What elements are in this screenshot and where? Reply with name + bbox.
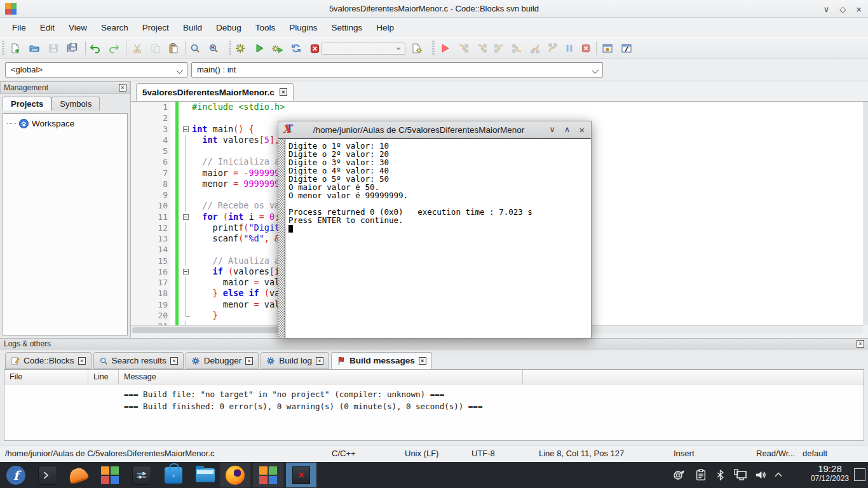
xterm-maximize-button[interactable]: ∧ (564, 125, 571, 135)
menu-item-file[interactable]: File (5, 20, 33, 35)
column-header-message[interactable]: Message (119, 370, 523, 384)
software-store-launcher[interactable]: › (159, 463, 188, 487)
compiler-toolbar-grip[interactable] (229, 41, 231, 56)
terminal-launcher[interactable] (33, 463, 62, 487)
maximize-button[interactable]: ◇ (839, 4, 846, 14)
find-button[interactable] (189, 42, 201, 55)
menu-item-view[interactable]: View (62, 20, 94, 35)
cut-button[interactable] (131, 42, 144, 55)
volume-tray-icon[interactable] (754, 468, 768, 482)
new-file-button[interactable] (9, 42, 22, 55)
menu-item-search[interactable]: Search (94, 20, 135, 35)
settings-launcher[interactable] (127, 463, 156, 487)
build-message-row[interactable]: === Build finished: 0 error(s), 0 warnin… (4, 400, 864, 412)
menu-item-tools[interactable]: Tools (248, 20, 283, 35)
log-tab-search-results[interactable]: Search results× (93, 352, 184, 369)
open-file-button[interactable] (28, 42, 41, 55)
menu-item-debug[interactable]: Debug (209, 20, 248, 35)
save-button[interactable] (47, 42, 60, 55)
xterm-titlebar[interactable]: TX /home/junior/Aulas de C/5valoresDifer… (278, 121, 591, 139)
log-tab-debugger[interactable]: Debugger× (186, 352, 259, 369)
menu-item-help[interactable]: Help (369, 20, 401, 35)
menu-item-plugins[interactable]: Plugins (282, 20, 324, 35)
management-close-icon[interactable]: × (119, 84, 126, 92)
xterm-close-button[interactable]: × (579, 125, 585, 135)
abort-build-button[interactable] (308, 42, 321, 55)
tab-symbols[interactable]: Symbols (51, 97, 100, 111)
xterm-content[interactable]: Digite o 1º valor: 10Digite o 2º valor: … (278, 139, 591, 338)
close-button[interactable]: × (856, 4, 862, 15)
workspace-tree-item[interactable]: Workspace (3, 114, 127, 128)
log-tab-build-messages[interactable]: Build messages× (331, 352, 432, 369)
editor-tab[interactable]: 5valoresDiferentesMaiorMenor.c × (136, 83, 294, 101)
redo-button[interactable] (107, 42, 120, 55)
codeblocks-window-button[interactable] (253, 463, 283, 487)
run-to-cursor-button[interactable] (457, 42, 470, 55)
menu-item-build[interactable]: Build (176, 20, 209, 35)
network-tray-icon[interactable] (672, 468, 686, 482)
column-header-file[interactable]: File (4, 370, 88, 384)
column-header-line[interactable]: Line (88, 370, 119, 384)
file-manager-launcher[interactable] (191, 463, 220, 487)
menu-item-edit[interactable]: Edit (33, 20, 62, 35)
undo-button[interactable] (89, 42, 102, 55)
clock-time: 19:28 (811, 464, 849, 475)
tab-projects[interactable]: Projects (3, 97, 51, 111)
xterm-minimize-button[interactable]: ∨ (549, 125, 555, 135)
next-line-button[interactable] (475, 42, 488, 55)
editor-vertical-scrollbar[interactable] (863, 102, 868, 325)
tray-expand-chevron-icon[interactable] (771, 468, 785, 482)
fold-margin[interactable] (182, 266, 191, 277)
debugging-windows-button[interactable] (601, 42, 614, 55)
scope-combo[interactable]: <global> (5, 62, 187, 78)
build-message-row[interactable]: === Build file: "no target" in "no proje… (4, 388, 864, 400)
run-button[interactable] (253, 42, 266, 55)
debug-stop-button[interactable] (580, 42, 592, 55)
build-and-run-button[interactable] (271, 42, 284, 55)
rebuild-button[interactable] (290, 42, 302, 55)
logs-close-icon[interactable]: × (857, 340, 864, 348)
xterm-window-button[interactable]: × (286, 463, 316, 487)
code-line-1[interactable]: 1#include <stdio.h> (131, 102, 863, 112)
debugger-toolbar-grip[interactable] (432, 41, 435, 56)
log-tab-code-blocks[interactable]: Code::Blocks× (5, 352, 92, 369)
xterm-scrollbar[interactable] (278, 139, 285, 338)
bluetooth-tray-icon[interactable] (713, 468, 727, 482)
menu-item-project[interactable]: Project (135, 20, 176, 35)
fold-margin[interactable] (182, 212, 191, 222)
debug-info-button[interactable] (620, 42, 633, 55)
display-tray-icon[interactable] (733, 468, 747, 482)
compiler-options-button[interactable] (410, 42, 423, 55)
step-out-button[interactable] (511, 42, 524, 55)
show-desktop-button[interactable] (854, 468, 865, 481)
step-into-button[interactable] (493, 42, 506, 55)
function-combo[interactable]: main() : int (191, 62, 603, 78)
fold-margin[interactable] (182, 124, 191, 135)
log-tab-close-icon[interactable]: × (170, 357, 178, 365)
codeblocks-launcher[interactable] (95, 463, 125, 487)
debug-continue-button[interactable] (438, 42, 451, 55)
menu-item-settings[interactable]: Settings (325, 20, 370, 35)
save-all-button[interactable] (65, 42, 78, 55)
log-tab-close-icon[interactable]: × (419, 357, 426, 365)
fedora-menu-button[interactable]: f (1, 463, 31, 487)
next-instruction-button[interactable] (529, 42, 541, 55)
step-into-instruction-button[interactable] (546, 42, 559, 55)
toolbar-grip[interactable] (2, 41, 4, 56)
log-tab-close-icon[interactable]: × (316, 357, 323, 365)
paste-button[interactable] (167, 42, 180, 55)
log-tab-close-icon[interactable]: × (78, 357, 86, 365)
clipboard-tray-icon[interactable] (694, 468, 708, 482)
minimize-button[interactable]: ∨ (824, 4, 830, 14)
build-button[interactable] (234, 42, 247, 55)
log-tab-build-log[interactable]: Build log× (261, 352, 329, 369)
clementine-launcher[interactable] (64, 463, 93, 487)
build-target-combo[interactable] (322, 43, 405, 55)
debug-pause-button[interactable] (563, 42, 576, 55)
log-tab-close-icon[interactable]: × (245, 357, 253, 365)
clock[interactable]: 19:28 07/12/2023 (811, 464, 849, 483)
editor-tab-close-icon[interactable]: × (280, 88, 287, 96)
copy-button[interactable] (149, 42, 162, 55)
replace-button[interactable]: R (207, 42, 220, 55)
firefox-window-button[interactable] (220, 463, 250, 487)
